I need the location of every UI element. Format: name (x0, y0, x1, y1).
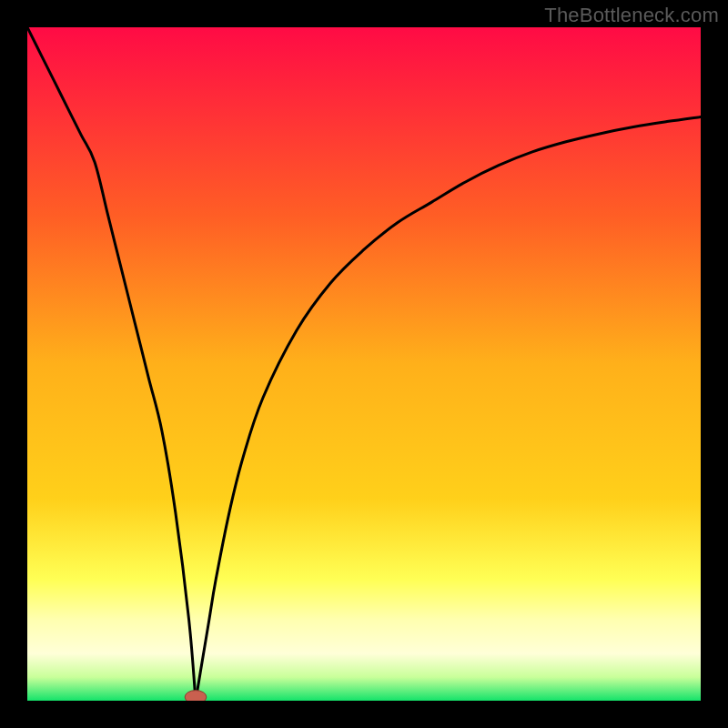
watermark-text: TheBottleneck.com (544, 4, 719, 27)
minimum-marker (185, 691, 207, 701)
gradient-background (27, 27, 701, 701)
chart-frame (27, 27, 701, 701)
chart-svg (27, 27, 701, 701)
